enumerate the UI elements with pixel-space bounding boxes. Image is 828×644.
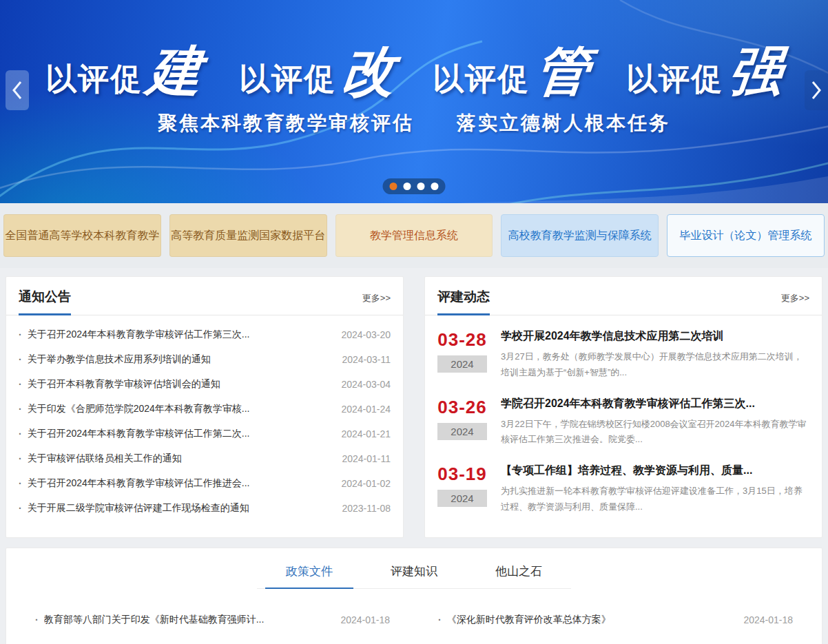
policy-item[interactable]: 《深化新时代教育评价改革总体方案》 2024-01-18 (438, 610, 793, 630)
news-day: 03-28 (437, 329, 487, 351)
news-list: 03-28 2024 学校开展2024年教学信息技术应用第二次培训 3月27日，… (425, 315, 822, 515)
notice-item[interactable]: 关于审核评估联络员相关工作的通知 2024-01-11 (19, 446, 391, 471)
news-item[interactable]: 03-28 2024 学校开展2024年教学信息技术应用第二次培训 3月27日，… (437, 329, 809, 381)
slogan-prefix: 以评促 (239, 59, 336, 100)
notices-list: 关于召开2024年本科教育教学审核评估工作第三次... 2024-03-20 关… (6, 315, 403, 525)
tab-other-references[interactable]: 他山之石 (475, 563, 563, 589)
notice-date: 2024-03-11 (333, 354, 391, 365)
policy-column-right: 《深化新时代教育评价改革总体方案》 2024-01-18 (438, 610, 793, 630)
notice-title: 关于召开2024年本科教育教学审核评估工作推进会... (28, 477, 250, 490)
banner-subtitle: 聚焦本科教育教学审核评估 落实立德树人根本任务 (0, 110, 828, 136)
slogan-accent: 建 (144, 36, 205, 108)
policy-tabs: 政策文件 评建知识 他山之石 (257, 563, 571, 589)
carousel-dot-2[interactable] (404, 183, 411, 190)
news-body: 学校开展2024年教学信息技术应用第二次培训 3月27日，教务处（教师教学发展中… (501, 329, 809, 381)
notice-title: 关于审核评估联络员相关工作的通知 (28, 453, 182, 465)
slogan-phrase: 以评促 强 (626, 36, 783, 108)
news-item-title: 【专项工作组】培养过程、教学资源与利用、质量... (501, 464, 809, 478)
page: 以评促 建 以评促 改 以评促 管 以评促 强 聚焦本科教育教学审核评估 落实立… (0, 0, 828, 644)
notice-item[interactable]: 关于印发《合肥师范学院2024年本科教育教学审核... 2024-01-24 (19, 397, 391, 422)
notice-date: 2024-01-24 (333, 404, 391, 415)
quick-link-national-undergrad-teaching[interactable]: 全国普通高等学校本科教育教学 (3, 214, 161, 257)
slogan-prefix: 以评促 (433, 59, 530, 100)
notice-date: 2024-01-11 (333, 453, 391, 464)
news-more-link[interactable]: 更多>> (781, 292, 809, 315)
slogan-prefix: 以评促 (626, 59, 723, 100)
tab-evaluation-knowledge[interactable]: 评建知识 (370, 563, 458, 589)
policy-item[interactable]: 教育部等八部门关于印发《新时代基础教育强师计... 2024-01-18 (35, 610, 390, 630)
chevron-left-icon (12, 81, 23, 100)
policy-items: 教育部等八部门关于印发《新时代基础教育强师计... 2024-01-18 《深化… (6, 589, 822, 630)
quick-link-quality-monitor-platform[interactable]: 高等教育质量监测国家数据平台 (169, 214, 327, 257)
news-body: 学院召开2024年本科教育教学审核评估工作第三次... 3月22日下午，学院在锦… (501, 397, 809, 448)
notice-date: 2023-11-08 (333, 503, 391, 514)
quick-link-teaching-mis[interactable]: 教学管理信息系统 (335, 214, 493, 257)
carousel-next-button[interactable] (805, 70, 828, 110)
notice-title: 关于开展二级学院审核评估评建工作现场检查的通知 (28, 502, 249, 515)
news-item-desc: 3月22日下午，学院在锦绣校区行知楼2008会议室召开2024年本科教育教学审核… (501, 417, 809, 448)
news-item-title: 学院召开2024年本科教育教学审核评估工作第三次... (501, 397, 809, 411)
news-date-block: 03-28 2024 (437, 329, 487, 381)
notices-title: 通知公告 (19, 288, 71, 315)
notice-item[interactable]: 关于召开2024年本科教育教学审核评估工作第三次... 2024-03-20 (19, 322, 391, 347)
news-body: 【专项工作组】培养过程、教学资源与利用、质量... 为扎实推进新一轮本科教育教学… (501, 464, 809, 515)
news-date-block: 03-19 2024 (437, 464, 487, 515)
carousel-dot-3[interactable] (417, 183, 425, 190)
notice-item[interactable]: 关于开展二级学院审核评估评建工作现场检查的通知 2023-11-08 (19, 496, 391, 521)
notice-date: 2024-01-21 (333, 428, 391, 439)
news-year: 2024 (437, 490, 487, 507)
notice-title: 关于召开2024年本科教育教学审核评估工作第三次... (28, 329, 250, 341)
quick-link-thesis-management[interactable]: 毕业设计（论文）管理系统 (667, 214, 825, 257)
news-item-title: 学校开展2024年教学信息技术应用第二次培训 (501, 329, 809, 344)
slogan-accent: 改 (338, 36, 399, 108)
quick-links-bar: 全国普通高等学校本科教育教学 高等教育质量监测国家数据平台 教学管理信息系统 高… (0, 203, 828, 268)
policy-column-left: 教育部等八部门关于印发《新时代基础教育强师计... 2024-01-18 (35, 610, 390, 630)
notice-date: 2024-01-02 (333, 478, 391, 489)
notice-item[interactable]: 关于召开2024年本科教育教学审核评估工作第二次... 2024-01-21 (19, 422, 391, 446)
news-date-block: 03-26 2024 (437, 397, 487, 448)
notice-item[interactable]: 关于召开本科教育教学审核评估培训会的通知 2024-03-04 (19, 372, 391, 397)
chevron-right-icon (811, 81, 822, 100)
carousel-dots (383, 178, 446, 194)
news-item-desc: 为扎实推进新一轮本科教育教学审核评估迎评建设准备工作，3月15日，培养过程、教学… (501, 484, 809, 515)
slogan-phrase: 以评促 改 (239, 36, 395, 108)
notice-item[interactable]: 关于召开2024年本科教育教学审核评估工作推进会... 2024-01-02 (19, 471, 391, 496)
notice-date: 2024-03-20 (333, 329, 391, 340)
hero-carousel: 以评促 建 以评促 改 以评促 管 以评促 强 聚焦本科教育教学审核评估 落实立… (0, 0, 828, 203)
news-header: 评建动态 更多>> (425, 277, 822, 315)
notice-item[interactable]: 关于举办教学信息技术应用系列培训的通知 2024-03-11 (19, 347, 391, 372)
notice-title: 关于召开2024年本科教育教学审核评估工作第二次... (28, 428, 250, 440)
policy-item-title: 教育部等八部门关于印发《新时代基础教育强师计... (44, 614, 265, 626)
news-title: 评建动态 (437, 288, 490, 315)
main-content: 通知公告 更多>> 关于召开2024年本科教育教学审核评估工作第三次... 20… (0, 268, 828, 538)
notice-title: 关于召开本科教育教学审核评估培训会的通知 (28, 378, 220, 391)
policy-item-date: 2024-01-18 (735, 614, 793, 625)
policy-item-title: 《深化新时代教育评价改革总体方案》 (447, 614, 611, 626)
banner-slogan: 以评促 建 以评促 改 以评促 管 以评促 强 (0, 36, 828, 108)
notice-date: 2024-03-04 (333, 379, 391, 390)
news-day: 03-19 (437, 464, 487, 485)
quick-link-monitor-guarantee-system[interactable]: 高校教育教学监测与保障系统 (501, 214, 659, 257)
tab-policy-documents[interactable]: 政策文件 (265, 563, 353, 589)
notices-more-link[interactable]: 更多>> (362, 292, 391, 315)
news-item[interactable]: 03-19 2024 【专项工作组】培养过程、教学资源与利用、质量... 为扎实… (437, 464, 809, 515)
notices-header: 通知公告 更多>> (6, 277, 403, 315)
news-item-desc: 3月27日，教务处（教师教学发展中心）开展教学信息技术应用第二次培训，培训主题为… (501, 349, 809, 381)
slogan-prefix: 以评促 (45, 59, 143, 100)
slogan-phrase: 以评促 建 (45, 36, 202, 108)
policy-tabs-wrap: 政策文件 评建知识 他山之石 (6, 548, 822, 589)
carousel-dot-4[interactable] (431, 183, 439, 190)
news-day: 03-26 (437, 397, 487, 418)
slogan-accent: 管 (531, 36, 592, 108)
news-item[interactable]: 03-26 2024 学院召开2024年本科教育教学审核评估工作第三次... 3… (437, 397, 809, 448)
slogan-phrase: 以评促 管 (433, 36, 589, 108)
news-panel: 评建动态 更多>> 03-28 2024 学校开展2024年教学信息技术应用第二… (424, 276, 822, 538)
notice-title: 关于举办教学信息技术应用系列培训的通知 (28, 353, 211, 366)
carousel-prev-button[interactable] (6, 70, 29, 110)
news-year: 2024 (437, 423, 487, 440)
notice-title: 关于印发《合肥师范学院2024年本科教育教学审核... (28, 403, 250, 415)
notices-panel: 通知公告 更多>> 关于召开2024年本科教育教学审核评估工作第三次... 20… (6, 276, 404, 538)
news-year: 2024 (437, 355, 487, 373)
policy-section: 政策文件 评建知识 他山之石 教育部等八部门关于印发《新时代基础教育强师计...… (6, 548, 822, 644)
carousel-dot-1[interactable] (390, 183, 397, 190)
